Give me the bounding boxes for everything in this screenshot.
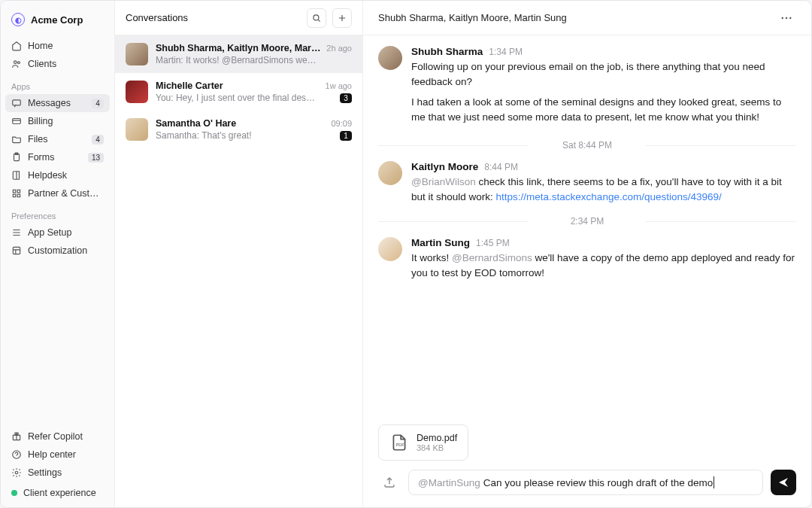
app-shell: ◐ Acme Corp Home Clients Apps Messages 4…	[0, 0, 812, 508]
sidebar-item-help[interactable]: Help center	[5, 446, 110, 464]
folder-icon	[11, 134, 22, 144]
sidebar-item-label: Home	[28, 41, 104, 51]
book-icon	[11, 170, 22, 181]
sidebar-item-partner[interactable]: Partner & Custom Apps	[5, 184, 110, 202]
composer-area: PDF Demo.pdf 384 KB @MartinSung Can you …	[363, 424, 811, 507]
sidebar-item-clients[interactable]: Clients	[5, 55, 110, 73]
search-icon	[311, 13, 322, 23]
mention[interactable]: @BernardSimons	[452, 252, 532, 263]
more-horizontal-icon	[780, 11, 793, 25]
conversation-time: 1w ago	[326, 81, 352, 90]
sidebar-item-label: Partner & Custom Apps	[28, 188, 104, 199]
sidebar-item-label: Billing	[28, 116, 104, 126]
avatar	[378, 237, 402, 261]
status-pill[interactable]: Client experience	[5, 482, 110, 500]
brand-logo-icon: ◐	[11, 13, 25, 26]
link[interactable]: https://meta.stackexchange.com/questions…	[496, 191, 722, 202]
sidebar-item-home[interactable]: Home	[5, 37, 110, 55]
conversation-item[interactable]: Michelle Carter 1w ago You: Hey, I just …	[115, 73, 362, 111]
time-divider: Sat 8:44 PM	[378, 140, 796, 151]
conversation-item[interactable]: Shubh Sharma, Kaitlyn Moore, Marti… 2h a…	[115, 35, 362, 73]
attachment-size: 384 KB	[417, 443, 457, 452]
message-text: @BrianWilson check this link, there seem…	[411, 175, 796, 205]
sidebar-item-refer[interactable]: Refer Copilot	[5, 427, 110, 446]
message-text: It works! @BernardSimons we'll have a co…	[411, 251, 796, 281]
message-author: Kaitlyn Moore	[411, 161, 478, 172]
new-conversation-button[interactable]	[332, 8, 352, 28]
sidebar: ◐ Acme Corp Home Clients Apps Messages 4…	[1, 1, 115, 507]
attachment-name: Demo.pdf	[417, 433, 457, 443]
clipboard-icon	[11, 152, 22, 163]
brand-name: Acme Corp	[31, 14, 83, 26]
svg-point-13	[15, 471, 18, 474]
sidebar-item-customization[interactable]: Customization	[5, 242, 110, 260]
avatar	[378, 161, 402, 185]
conversations-title: Conversations	[126, 12, 301, 23]
gift-icon	[11, 431, 22, 442]
section-label-apps: Apps	[5, 73, 110, 94]
chat-body: Shubh Sharma 1:34 PM Following up on you…	[363, 35, 811, 424]
nav-badge: 4	[92, 99, 104, 108]
brand[interactable]: ◐ Acme Corp	[5, 8, 110, 37]
svg-rect-9	[17, 194, 20, 197]
plus-icon	[337, 13, 347, 23]
mention: @MartinSung	[418, 477, 480, 488]
sidebar-item-settings[interactable]: Settings	[5, 464, 110, 482]
conversation-time: 2h ago	[326, 44, 352, 53]
more-button[interactable]	[777, 8, 796, 28]
help-icon	[11, 449, 22, 460]
chat-title: Shubh Sharma, Kaitlyn Moore, Martin Sung	[378, 12, 777, 23]
svg-rect-2	[13, 100, 21, 105]
sidebar-item-billing[interactable]: Billing	[5, 112, 110, 130]
conversations-column: Conversations Shubh Sharma, Kaitlyn Moor…	[115, 1, 363, 507]
time-divider: 2:34 PM	[378, 216, 796, 227]
sidebar-item-label: Forms	[28, 152, 82, 163]
sidebar-item-label: Refer Copilot	[28, 431, 83, 442]
conversation-name: Shubh Sharma, Kaitlyn Moore, Marti…	[156, 43, 322, 53]
send-button[interactable]	[771, 470, 796, 495]
attachment-card[interactable]: PDF Demo.pdf 384 KB	[378, 424, 468, 461]
svg-point-17	[789, 17, 791, 18]
svg-point-12	[13, 451, 21, 459]
chat-icon	[11, 98, 22, 108]
sidebar-item-forms[interactable]: Forms 13	[5, 148, 110, 166]
sidebar-item-label: Helpdesk	[28, 170, 104, 181]
message-time: 1:34 PM	[489, 47, 523, 57]
file-pdf-icon: PDF	[389, 433, 409, 452]
svg-point-0	[14, 61, 17, 64]
svg-rect-7	[17, 190, 20, 193]
conversation-name: Samantha O' Hare	[156, 118, 326, 129]
message-input[interactable]: @MartinSung Can you please review this r…	[408, 470, 763, 495]
conversations-header: Conversations	[115, 1, 362, 35]
upload-icon	[383, 476, 396, 489]
avatar	[378, 46, 402, 70]
sidebar-item-label: Settings	[28, 467, 62, 478]
nav-badge: 13	[88, 153, 104, 163]
sidebar-item-helpdesk[interactable]: Helpdesk	[5, 166, 110, 184]
search-button[interactable]	[307, 8, 326, 28]
grid-icon	[11, 188, 22, 199]
message: Martin Sung 1:45 PM It works! @BernardSi…	[378, 237, 796, 281]
status-label: Client experience	[23, 488, 96, 498]
sidebar-item-label: Files	[28, 134, 86, 144]
message-time: 1:45 PM	[476, 238, 510, 248]
send-icon	[777, 476, 789, 488]
mention[interactable]: @BrianWilson	[411, 176, 476, 187]
svg-rect-10	[13, 247, 20, 254]
sliders-icon	[11, 227, 22, 238]
conversation-list: Shubh Sharma, Kaitlyn Moore, Marti… 2h a…	[115, 35, 362, 507]
sidebar-item-files[interactable]: Files 4	[5, 130, 110, 148]
input-text: Can you please review this rough draft o…	[483, 477, 713, 488]
upload-button[interactable]	[378, 471, 401, 494]
sidebar-item-messages[interactable]: Messages 4	[5, 94, 110, 112]
home-icon	[11, 41, 22, 51]
composer: @MartinSung Can you please review this r…	[378, 470, 796, 495]
sidebar-item-app-setup[interactable]: App Setup	[5, 224, 110, 242]
avatar	[126, 43, 148, 65]
chat-header: Shubh Sharma, Kaitlyn Moore, Martin Sung	[363, 1, 811, 35]
conversation-item[interactable]: Samantha O' Hare 09:09 Samantha: That's …	[115, 111, 362, 148]
chat-column: Shubh Sharma, Kaitlyn Moore, Martin Sung…	[363, 1, 811, 507]
sidebar-item-label: Customization	[28, 245, 104, 256]
message: Shubh Sharma 1:34 PM Following up on you…	[378, 46, 796, 129]
svg-rect-3	[13, 119, 21, 124]
